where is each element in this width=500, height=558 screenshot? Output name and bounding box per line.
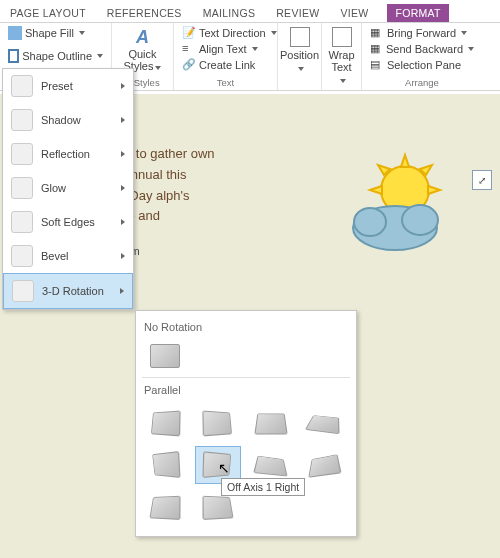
effect-glow[interactable]: Glow <box>3 171 133 205</box>
rotation-opt-9[interactable] <box>142 488 188 526</box>
effect-soft-edges[interactable]: Soft Edges <box>3 205 133 239</box>
shape-effects-dropdown: Preset Shadow Reflection Glow Soft Edges… <box>2 68 134 310</box>
rotation-opt-5[interactable] <box>142 446 188 484</box>
rotation-opt-3[interactable] <box>248 404 294 442</box>
effect-reflection[interactable]: Reflection <box>3 137 133 171</box>
layout-icon: ⤢ <box>478 175 486 186</box>
rotation-opt-2[interactable] <box>195 404 241 442</box>
link-icon: 🔗 <box>182 58 196 72</box>
tab-references[interactable]: REFERENCES <box>105 4 184 22</box>
tab-page-layout[interactable]: PAGE LAYOUT <box>8 4 88 22</box>
text-direction-button[interactable]: 📝Text Direction <box>180 25 271 41</box>
cursor-icon: ↖ <box>218 460 230 476</box>
position-button[interactable]: Position <box>276 25 323 75</box>
shape-outline-button[interactable]: Shape Outline <box>6 48 105 64</box>
wrap-text-button[interactable]: Wrap Text <box>324 25 358 87</box>
arrange-group-label: Arrange <box>368 77 476 88</box>
text-direction-icon: 📝 <box>182 26 196 40</box>
align-text-icon: ≡ <box>182 42 196 56</box>
selection-pane-icon: ▤ <box>370 58 384 72</box>
rotation-opt-4[interactable] <box>301 404 347 442</box>
selection-pane-button[interactable]: ▤Selection Pane <box>368 57 476 73</box>
rotation-header-parallel: Parallel <box>142 380 350 400</box>
rotation-tooltip: Off Axis 1 Right <box>221 478 305 496</box>
effect-3d-rotation[interactable]: 3-D Rotation <box>3 273 133 309</box>
rotation-header-none: No Rotation <box>142 317 350 337</box>
tab-review[interactable]: REVIEW <box>274 4 321 22</box>
send-backward-icon: ▦ <box>370 42 383 56</box>
effect-preset[interactable]: Preset <box>3 69 133 103</box>
bring-forward-icon: ▦ <box>370 26 384 40</box>
effect-bevel[interactable]: Bevel <box>3 239 133 273</box>
send-backward-button[interactable]: ▦Send Backward <box>368 41 476 57</box>
rotation-opt-8[interactable] <box>301 446 347 484</box>
svg-point-2 <box>354 208 386 236</box>
svg-point-3 <box>402 205 438 235</box>
rotation-submenu: No Rotation Parallel <box>135 310 357 537</box>
rotation-none[interactable] <box>142 337 188 375</box>
sun-cloud-clipart[interactable] <box>340 150 460 260</box>
effect-shadow[interactable]: Shadow <box>3 103 133 137</box>
tab-view[interactable]: VIEW <box>338 4 370 22</box>
quick-styles-button[interactable]: AQuick Styles <box>118 25 167 74</box>
ribbon-tabs: PAGE LAYOUT REFERENCES MAILINGS REVIEW V… <box>0 0 500 23</box>
rotation-opt-1[interactable] <box>142 404 188 442</box>
tab-mailings[interactable]: MAILINGS <box>201 4 258 22</box>
tab-format[interactable]: FORMAT <box>387 4 448 22</box>
text-group-label: Text <box>180 77 271 88</box>
align-text-button[interactable]: ≡Align Text <box>180 41 271 57</box>
bring-forward-button[interactable]: ▦Bring Forward <box>368 25 476 41</box>
shape-fill-button[interactable]: Shape Fill <box>6 25 105 41</box>
layout-options-button[interactable]: ⤢ <box>472 170 492 190</box>
create-link-button[interactable]: 🔗Create Link <box>180 57 271 73</box>
